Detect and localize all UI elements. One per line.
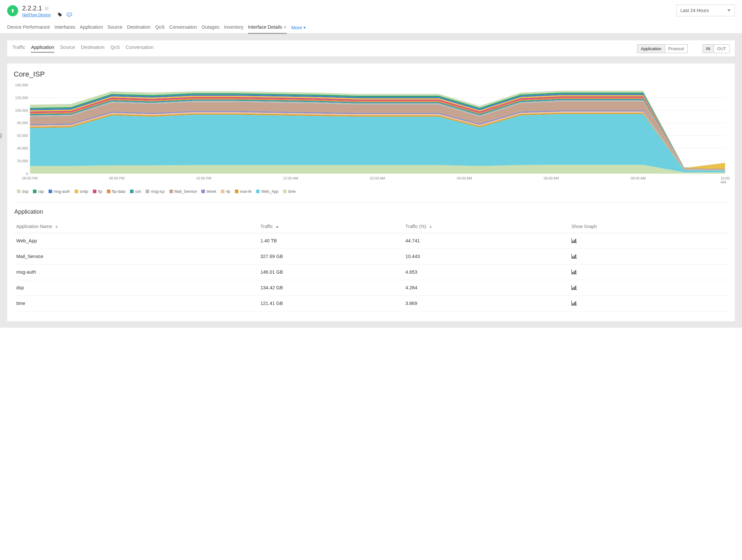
svg-rect-19 [574,271,575,274]
toggle-in[interactable]: IN [703,45,714,53]
tab-interface-details[interactable]: Interface Details✕ [248,22,287,34]
device-status-up-icon [7,5,18,16]
panel-title: Core_ISP [14,70,728,79]
table-row: Mail_Service327.69 GB10.443 [14,249,728,264]
x-tick: 08:00 AM [631,176,646,180]
legend-rlp[interactable]: rlp [221,189,230,194]
svg-rect-24 [572,303,573,305]
cell-app-name: Mail_Service [14,249,258,264]
col-show-graph: Show Graph [569,220,728,233]
bar-chart-icon[interactable] [571,285,577,291]
legend-ssh[interactable]: ssh [130,189,141,194]
legend-rap[interactable]: rap [33,189,44,194]
close-icon[interactable]: ✕ [283,25,287,30]
toggle-out[interactable]: OUT [714,45,729,53]
cell-app-name: dsp [14,280,258,296]
table-row: time121.41 GB3.869 [14,296,728,311]
legend-swatch-icon [283,190,287,193]
y-tick: 100,000 [15,108,28,112]
svg-rect-12 [572,241,573,242]
legend-swatch-icon [74,190,78,193]
x-tick: 10:00 PM [196,176,211,180]
cell-traffic-pct: 10.443 [403,249,569,264]
legend-swatch-icon [33,190,37,193]
x-tick: 04:00 AM [457,176,472,180]
y-tick: 80,000 [17,121,28,125]
direction-toggle: INOUT [703,44,730,53]
cell-traffic: 134.42 GB [258,280,403,296]
area-chart[interactable] [30,85,725,173]
cell-app-name: msg-auth [14,264,258,280]
x-tick: 08:00 PM [109,176,124,180]
col-application-name[interactable]: Application Name [14,220,258,233]
subtab-qos[interactable]: QoS [110,45,120,53]
subtab-application[interactable]: Application [31,45,54,53]
device-type-link[interactable]: NetFlow Device [22,13,51,17]
view-toggle: ApplicationProtocol [637,44,687,53]
tab-application[interactable]: Application [80,22,103,33]
legend-swatch-icon [93,190,96,193]
series-time[interactable] [30,165,725,173]
y-axis-label: MB [0,133,3,139]
svg-rect-17 [575,254,576,258]
cell-traffic-pct: 4.653 [403,264,569,280]
tab-device-performance[interactable]: Device Performance [7,22,50,33]
svg-rect-13 [574,240,575,242]
more-menu[interactable]: More [291,25,306,30]
subtab-conversation[interactable]: Conversation [126,45,153,53]
svg-point-3 [70,14,71,15]
legend-smtp[interactable]: smtp [74,189,88,194]
svg-rect-22 [574,287,575,289]
toggle-application[interactable]: Application [637,45,665,53]
tag-icon[interactable] [58,12,62,18]
svg-rect-20 [575,270,576,274]
legend-Web_App[interactable]: Web_App [256,189,278,194]
tab-interfaces[interactable]: Interfaces [54,22,75,33]
col-traffic[interactable]: Traffic [258,220,403,233]
chat-icon[interactable] [67,12,72,18]
y-tick: 40,000 [17,146,28,150]
bar-chart-icon[interactable] [571,269,577,275]
legend-swatch-icon [169,190,173,193]
toggle-protocol[interactable]: Protocol [665,45,687,53]
subtab-traffic[interactable]: Traffic [12,45,25,53]
tab-source[interactable]: Source [107,22,122,33]
legend-msg-auth[interactable]: msg-auth [49,189,70,194]
subtab-source[interactable]: Source [60,45,75,53]
cell-traffic: 146.01 GB [258,264,403,280]
cell-traffic: 121.41 GB [258,296,403,311]
tab-outages[interactable]: Outages [202,22,219,33]
y-tick: 60,000 [17,134,28,138]
bar-chart-icon[interactable] [571,253,577,260]
svg-rect-16 [574,255,575,258]
legend-ftp[interactable]: ftp [93,189,102,194]
svg-point-2 [69,14,70,15]
tab-destination[interactable]: Destination [127,22,151,33]
legend-msg-icp[interactable]: msg-icp [146,189,164,194]
x-tick: 10:00 AM [721,176,730,184]
tab-conversation[interactable]: Conversation [169,22,197,33]
bar-chart-icon[interactable] [571,238,577,244]
col-traffic-pct[interactable]: Traffic (%) [403,220,569,233]
time-range-select[interactable]: Last 24 Hours [676,5,735,16]
legend-Mail_Service[interactable]: Mail_Service [169,189,197,194]
legend-telnet[interactable]: telnet [201,189,216,194]
table-row: msg-auth146.01 GB4.653 [14,264,728,280]
x-tick: 06:00 AM [544,176,559,180]
y-tick: 20,000 [17,159,28,163]
x-tick: 12:00 AM [283,176,298,180]
bar-chart-icon[interactable] [571,300,577,307]
cell-app-name: Web_App [14,233,258,249]
subtab-destination[interactable]: Destination [81,45,105,53]
x-tick: 02:00 AM [370,176,385,180]
legend-time[interactable]: time [283,189,296,194]
legend-nsw-fe[interactable]: nsw-fe [235,189,252,194]
hamburger-icon[interactable] [45,7,49,10]
table-row: Web_App1.40 TB44.741 [14,233,728,249]
series-Web_App[interactable] [30,114,725,172]
tab-inventory[interactable]: Inventory [224,22,244,33]
legend-dsp[interactable]: dsp [17,189,28,194]
tab-qos[interactable]: QoS [155,22,164,33]
legend-ftp-data[interactable]: ftp-data [107,189,125,194]
legend-swatch-icon [17,190,20,193]
